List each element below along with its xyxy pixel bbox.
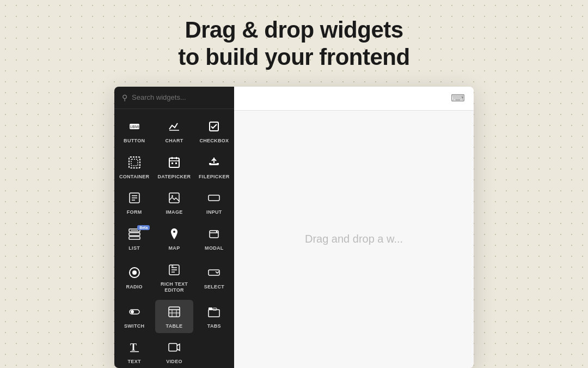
headline-text: Drag & drop widgets to build your fronte… <box>178 16 409 71</box>
chart-label: CHART <box>165 138 183 144</box>
widget-item-chart[interactable]: CHART <box>155 114 193 148</box>
widgets-grid: SUBMITBUTTONCHARTCHECKBOXCONTAINERDATEPI… <box>114 109 234 368</box>
text-icon: T <box>128 341 141 356</box>
image-label: IMAGE <box>166 209 182 215</box>
container-label: CONTAINER <box>119 174 150 180</box>
map-label: MAP <box>169 245 180 251</box>
list-label: LIST <box>128 245 140 251</box>
widget-item-datepicker[interactable]: DATEPICKER <box>155 150 193 184</box>
svg-rect-49 <box>169 343 177 351</box>
search-icon: ⚲ <box>122 93 127 102</box>
datepicker-label: DATEPICKER <box>158 174 191 180</box>
svg-rect-44 <box>209 310 219 317</box>
headline: Drag & drop widgets to build your fronte… <box>178 16 409 71</box>
rte-label: RICH TEXT EDITOR <box>161 281 188 293</box>
widget-item-radio[interactable]: RADIO <box>115 258 153 298</box>
widget-item-image[interactable]: IMAGE <box>155 186 193 220</box>
video-icon <box>168 341 181 356</box>
svg-text:T: T <box>130 342 137 353</box>
main-toolbar: ⌨ <box>234 87 474 111</box>
select-label: SELECT <box>204 284 224 290</box>
widget-item-form[interactable]: FORM <box>115 186 153 220</box>
svg-point-38 <box>131 310 134 313</box>
svg-rect-22 <box>129 237 140 239</box>
svg-rect-39 <box>169 307 180 317</box>
modal-icon <box>207 227 220 243</box>
tabs-label: TABS <box>207 323 221 329</box>
app-window: ⚲ SUBMITBUTTONCHARTCHECKBOXCONTAINERDATE… <box>114 87 474 368</box>
modal-label: MODAL <box>205 245 224 251</box>
widget-item-map[interactable]: MAP <box>155 222 193 256</box>
widget-item-table[interactable]: TABLE <box>155 300 193 334</box>
drop-hint: Drag and drop a w... <box>305 233 403 245</box>
svg-rect-18 <box>209 195 219 201</box>
widget-item-button[interactable]: SUBMITBUTTON <box>115 114 153 148</box>
svg-point-30 <box>132 270 137 275</box>
radio-icon <box>128 266 141 281</box>
widget-item-select[interactable]: SELECT <box>195 258 233 298</box>
widget-item-list[interactable]: LISTBeta <box>115 222 153 256</box>
svg-text:B: B <box>171 265 174 268</box>
filepicker-icon <box>207 156 220 171</box>
map-icon <box>168 227 181 243</box>
widget-item-rte[interactable]: BRICH TEXT EDITOR <box>155 258 193 298</box>
widget-item-text[interactable]: TTEXT <box>115 335 153 368</box>
svg-rect-5 <box>131 159 138 166</box>
radio-label: RADIO <box>126 284 143 290</box>
table-label: TABLE <box>166 323 183 329</box>
svg-point-24 <box>173 231 175 233</box>
switch-icon <box>128 305 141 321</box>
widget-item-switch[interactable]: SWITCH <box>115 300 153 334</box>
monitor-icon: ⌨ <box>451 92 465 104</box>
table-icon <box>168 305 181 321</box>
input-label: INPUT <box>206 209 222 215</box>
svg-rect-45 <box>209 307 212 310</box>
video-label: VIDEO <box>166 359 182 365</box>
checkbox-icon <box>207 120 220 135</box>
text-label: TEXT <box>128 359 141 365</box>
search-bar: ⚲ <box>114 87 234 109</box>
tabs-icon <box>207 305 220 321</box>
switch-label: SWITCH <box>124 323 144 329</box>
widget-item-container[interactable]: CONTAINER <box>115 150 153 184</box>
svg-point-17 <box>171 195 173 197</box>
search-input[interactable] <box>132 93 226 101</box>
container-icon <box>128 156 141 171</box>
widget-item-tabs[interactable]: TABS <box>195 300 233 334</box>
svg-text:SUBMIT: SUBMIT <box>128 125 141 129</box>
widget-item-video[interactable]: VIDEO <box>155 335 193 368</box>
chart-icon <box>168 120 181 135</box>
form-icon <box>128 191 141 207</box>
widget-item-checkbox[interactable]: CHECKBOX <box>195 114 233 148</box>
button-label: BUTTON <box>124 138 145 144</box>
svg-rect-6 <box>169 158 179 167</box>
canvas-area[interactable]: Drag and drop a w... <box>234 111 474 368</box>
list-beta-badge: Beta <box>137 225 150 230</box>
svg-rect-4 <box>129 157 140 168</box>
widget-item-filepicker[interactable]: FILEPICKER <box>195 150 233 184</box>
select-icon <box>207 266 220 281</box>
svg-rect-16 <box>169 193 179 203</box>
svg-rect-21 <box>129 233 140 236</box>
rte-icon: B <box>168 263 181 279</box>
input-icon <box>207 191 220 207</box>
datepicker-icon <box>168 156 181 171</box>
svg-rect-11 <box>175 162 177 164</box>
svg-rect-10 <box>171 162 173 164</box>
main-area: ⌨ Drag and drop a w... <box>234 87 474 368</box>
sidebar: ⚲ SUBMITBUTTONCHARTCHECKBOXCONTAINERDATE… <box>114 87 234 368</box>
image-icon <box>168 191 181 207</box>
checkbox-label: CHECKBOX <box>199 138 229 144</box>
widget-item-input[interactable]: INPUT <box>195 186 233 220</box>
filepicker-label: FILEPICKER <box>199 174 230 180</box>
button-icon: SUBMIT <box>128 120 141 135</box>
widget-item-modal[interactable]: MODAL <box>195 222 233 256</box>
form-label: FORM <box>127 209 142 215</box>
